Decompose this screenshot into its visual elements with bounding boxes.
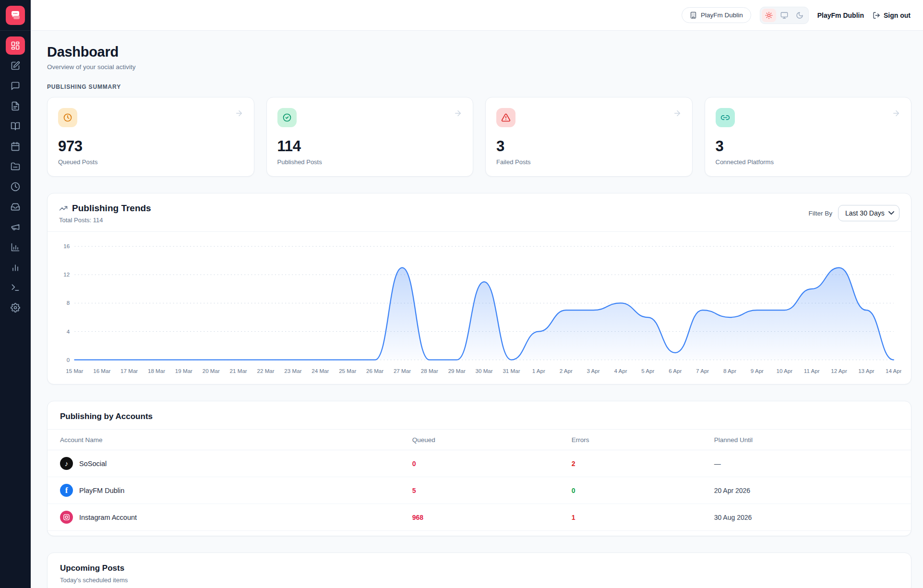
sidebar-item-posts[interactable] [6,97,25,115]
app-logo[interactable] [6,6,25,25]
svg-text:12: 12 [63,271,70,277]
workspace-switcher-button[interactable]: PlayFm Dublin [682,7,751,23]
svg-text:3 Apr: 3 Apr [587,368,600,374]
trends-area-chart: 048121615 Mar16 Mar17 Mar18 Mar19 Mar20 … [48,232,911,384]
table-row: Instagram Account 968 1 30 Aug 2026 [48,504,911,531]
failed-posts-label: Failed Posts [496,158,682,166]
trends-title: Publishing Trends [72,203,151,214]
clock-icon [11,182,20,192]
svg-text:30 Mar: 30 Mar [476,368,493,374]
sidebar-item-calendar[interactable] [6,137,25,156]
theme-system-button[interactable] [777,9,791,22]
trends-subtitle: Total Posts: 114 [59,216,151,224]
planned-until-value: 20 Apr 2026 [714,487,899,494]
log-out-icon [873,12,880,19]
svg-text:16 Mar: 16 Mar [93,368,110,374]
connected-platforms-card[interactable]: 3 Connected Platforms [705,97,912,177]
trends-filter-select[interactable]: Last 30 Days [838,205,899,221]
sidebar-item-compose[interactable] [6,57,25,75]
book-open-icon [11,121,20,131]
arrow-right-icon [673,109,682,120]
planned-until-value: 30 Aug 2026 [714,514,899,521]
svg-text:9 Apr: 9 Apr [751,368,764,374]
svg-text:31 Mar: 31 Mar [503,368,520,374]
inbox-icon [11,202,20,212]
sidebar-item-dashboard[interactable] [6,36,25,55]
filter-by-label: Filter By [808,210,832,217]
account-name: PlayFM Dublin [79,487,124,494]
sign-out-button[interactable]: Sign out [873,12,911,19]
sidebar-item-console[interactable] [6,278,25,297]
top-header: PlayFm Dublin PlayFm Dublin Sign out [31,0,923,31]
connected-platforms-value: 3 [716,138,901,155]
user-name: PlayFm Dublin [817,12,864,19]
page-title: Dashboard [47,44,911,60]
sidebar-item-media[interactable] [6,157,25,176]
table-row: ♪ SoSocial 0 2 — [48,450,911,477]
queued-posts-card[interactable]: 973 Queued Posts [47,97,254,177]
theme-light-button[interactable] [762,9,776,22]
arrow-right-icon [454,109,462,120]
published-posts-card[interactable]: 114 Published Posts [266,97,474,177]
svg-text:12 Apr: 12 Apr [831,368,847,374]
upcoming-posts-subtitle: Today's scheduled items [60,576,899,584]
svg-text:27 Mar: 27 Mar [394,368,411,374]
terminal-icon [11,283,20,292]
svg-text:22 Mar: 22 Mar [257,368,274,374]
instagram-icon [60,511,73,524]
check-circle-icon [277,108,297,127]
queued-count: 0 [412,460,572,468]
connected-platforms-label: Connected Platforms [716,158,901,166]
sidebar-item-reports[interactable] [6,258,25,276]
page-subtitle: Overview of your social activity [47,63,911,71]
megaphone-icon [11,222,20,232]
queued-posts-value: 973 [58,138,243,155]
col-planned-until: Planned Until [714,436,899,444]
sidebar-item-analytics[interactable] [6,238,25,256]
svg-text:10 Apr: 10 Apr [777,368,793,374]
col-errors: Errors [572,436,714,444]
area-chart-svg: 048121615 Mar16 Mar17 Mar18 Mar19 Mar20 … [57,239,901,380]
svg-text:21 Mar: 21 Mar [230,368,247,374]
sidebar-item-campaigns[interactable] [6,218,25,236]
sidebar-item-library[interactable] [6,117,25,135]
queued-count: 5 [412,487,572,494]
facebook-icon: f [60,484,73,497]
summary-cards: 973 Queued Posts 114 Published Posts 3 F… [47,97,911,177]
publishing-summary-label: Publishing Summary [47,84,911,90]
trending-up-icon [59,204,68,213]
calendar-icon [11,142,20,151]
sidebar-item-messages[interactable] [6,77,25,95]
publishing-by-accounts-panel: Publishing by Accounts Account Name Queu… [47,401,911,536]
sidebar-item-history[interactable] [6,178,25,196]
table-row: f PlayFM Dublin 5 0 20 Apr 2026 [48,477,911,504]
arrow-right-icon [235,109,243,120]
col-queued: Queued [412,436,572,444]
dashboard-grid-icon [11,41,20,50]
svg-text:24 Mar: 24 Mar [312,368,329,374]
accounts-table-header: Account Name Queued Errors Planned Until [48,429,911,450]
sidebar-item-settings[interactable] [6,299,25,317]
svg-text:7 Apr: 7 Apr [696,368,709,374]
main-content: Dashboard Overview of your social activi… [31,31,923,588]
sidebar-item-inbox[interactable] [6,198,25,216]
svg-text:17 Mar: 17 Mar [120,368,138,374]
theme-dark-button[interactable] [792,9,807,22]
svg-text:15 Mar: 15 Mar [66,368,83,374]
theme-toggle [760,7,809,24]
folder-dots-icon [11,162,20,171]
svg-text:25 Mar: 25 Mar [339,368,356,374]
column-chart-icon [11,263,20,272]
svg-text:14 Apr: 14 Apr [886,368,901,374]
file-text-icon [11,101,20,111]
published-posts-value: 114 [277,138,463,155]
errors-count: 2 [572,460,714,468]
svg-text:26 Mar: 26 Mar [366,368,384,374]
gear-icon [11,303,20,312]
svg-text:28 Mar: 28 Mar [421,368,438,374]
col-account-name: Account Name [60,436,412,444]
failed-posts-card[interactable]: 3 Failed Posts [485,97,693,177]
svg-text:20 Mar: 20 Mar [203,368,220,374]
publishing-trends-panel: Publishing Trends Total Posts: 114 Filte… [47,193,911,384]
alert-triangle-icon [496,108,515,127]
